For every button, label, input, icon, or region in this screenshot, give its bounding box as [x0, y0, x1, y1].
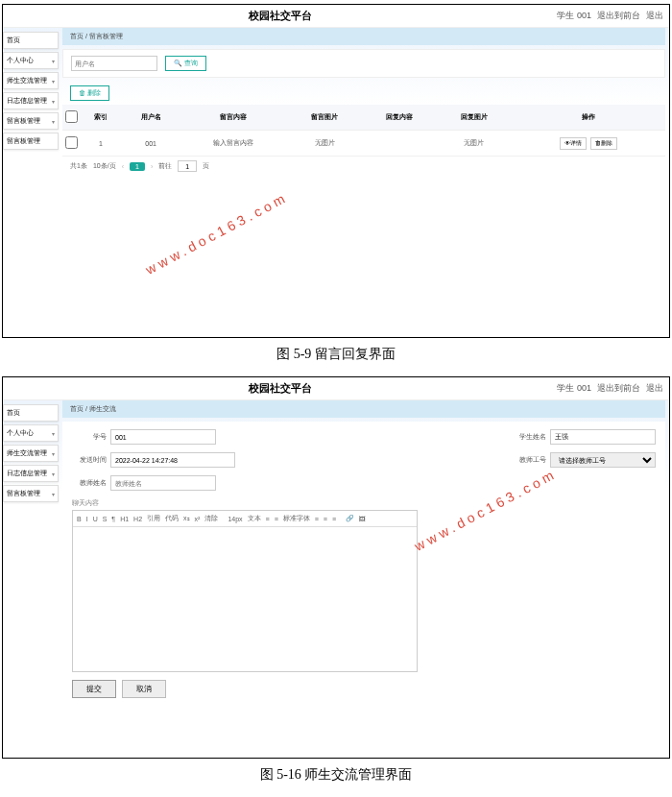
breadcrumb: 首页 / 师生交流 — [62, 400, 665, 418]
font-select[interactable]: 标准字体 — [283, 514, 310, 523]
editor-body[interactable] — [73, 527, 417, 671]
figure-1-caption: 图 5-9 留言回复界面 — [0, 346, 672, 363]
content-label: 聊天内容 — [72, 498, 656, 508]
sidebar-item-home[interactable]: 首页 — [3, 404, 59, 422]
list-icon[interactable]: ≡ — [315, 516, 319, 522]
form: 学号 学生姓名 发送时间 教师工号请选择教师工号 教师姓名 聊天内容 B I U — [62, 422, 665, 706]
chevron-down-icon: ▾ — [52, 58, 55, 64]
chevron-down-icon: ▾ — [52, 118, 55, 125]
align-icon[interactable]: ≡ — [266, 516, 270, 522]
message-table: 索引 用户名 留言内容 留言图片 回复内容 回复图片 操作 1 001 输入留言… — [62, 105, 665, 157]
cancel-button[interactable]: 取消 — [122, 680, 166, 698]
exit-link[interactable]: 退出 — [646, 382, 663, 395]
col-rimg: 回复图片 — [437, 105, 512, 131]
superscript-icon[interactable]: x² — [195, 516, 201, 522]
user-label[interactable]: 学生 001 — [557, 10, 591, 22]
paragraph-icon[interactable]: ¶ — [111, 516, 115, 522]
indent-icon[interactable]: ≡ — [324, 516, 327, 522]
chevron-down-icon: ▾ — [52, 491, 55, 497]
app-title: 校园社交平台 — [3, 381, 557, 396]
sidebar: 首页 个人中心▾ 师生交流管理▾ 日志信息管理▾ 留言板管理▾ 留言板管理 — [3, 28, 59, 337]
page-number[interactable]: 1 — [130, 162, 145, 171]
chevron-down-icon: ▾ — [52, 78, 55, 85]
row-checkbox[interactable] — [65, 136, 78, 149]
col-checkbox[interactable] — [62, 105, 80, 131]
submit-button[interactable]: 提交 — [72, 680, 116, 698]
send-time-input[interactable] — [110, 452, 235, 468]
breadcrumb: 首页 / 留言板管理 — [62, 28, 665, 45]
trash-icon: 🗑 — [79, 89, 85, 96]
search-row: 🔍 查询 — [62, 49, 665, 78]
subscript-icon[interactable]: x₂ — [183, 515, 190, 522]
detail-button[interactable]: 👁详情 — [560, 137, 587, 150]
strike-icon[interactable]: S — [103, 516, 108, 522]
sidebar-item-home[interactable]: 首页 — [3, 32, 59, 49]
col-reply: 回复内容 — [362, 105, 437, 131]
search-icon: 🔍 — [174, 60, 182, 66]
outdent-icon[interactable]: ≡ — [332, 516, 336, 522]
prev-page-icon[interactable]: ‹ — [122, 163, 124, 170]
logout-link[interactable]: 退出到前台 — [597, 10, 640, 22]
app-title: 校园社交平台 — [3, 9, 557, 23]
rich-editor: B I U S ¶ H1 H2 引用 代码 x₂ x² 清除 14px — [72, 510, 418, 672]
col-user: 用户名 — [122, 105, 180, 131]
image-icon[interactable]: 🖼 — [359, 516, 366, 522]
col-img: 留言图片 — [287, 105, 362, 131]
teacher-id-select[interactable]: 请选择教师工号 — [550, 452, 656, 468]
code-button[interactable]: 代码 — [165, 514, 179, 523]
col-msg: 留言内容 — [180, 105, 288, 131]
pagination: 共1条 10条/页 ‹ 1 › 前往 页 — [62, 157, 665, 176]
header: 校园社交平台 学生 001 退出到前台 退出 — [3, 377, 669, 400]
link-icon[interactable]: 🔗 — [346, 515, 354, 522]
row-delete-button[interactable]: 🗑删除 — [590, 137, 617, 150]
bold-icon[interactable]: B — [77, 516, 82, 522]
page-jump-input[interactable] — [178, 160, 197, 172]
teacher-name-input[interactable] — [110, 475, 216, 491]
quote-button[interactable]: 引用 — [147, 514, 160, 523]
delete-button[interactable]: 🗑 删除 — [70, 85, 109, 101]
sidebar-item-profile[interactable]: 个人中心▾ — [3, 424, 59, 442]
editor-toolbar: B I U S ¶ H1 H2 引用 代码 x₂ x² 清除 14px — [73, 511, 417, 527]
next-page-icon[interactable]: › — [151, 163, 153, 170]
chevron-down-icon: ▾ — [52, 450, 55, 457]
user-label[interactable]: 学生 001 — [557, 382, 591, 395]
col-ops: 操作 — [512, 105, 665, 131]
h2-button[interactable]: H2 — [133, 516, 142, 522]
sidebar-item-board[interactable]: 留言板管理▾ — [3, 112, 59, 130]
chevron-down-icon: ▾ — [52, 98, 55, 105]
sidebar-item-comm[interactable]: 师生交流管理▾ — [3, 72, 59, 89]
exit-link[interactable]: 退出 — [646, 10, 663, 22]
sidebar-item-board[interactable]: 留言板管理▾ — [3, 485, 59, 502]
sidebar-item-board2[interactable]: 留言板管理 — [3, 133, 59, 150]
italic-icon[interactable]: I — [86, 516, 88, 522]
logout-link[interactable]: 退出到前台 — [597, 382, 640, 395]
table-row[interactable]: 1 001 输入留言内容 无图片 无图片 👁详情 🗑删除 — [62, 131, 665, 157]
student-name-input[interactable] — [550, 429, 656, 445]
sidebar-item-log[interactable]: 日志信息管理▾ — [3, 465, 59, 482]
clear-button[interactable]: 清除 — [204, 514, 218, 523]
sidebar: 首页 个人中心▾ 师生交流管理▾ 日志信息管理▾ 留言板管理▾ — [3, 400, 59, 758]
search-input[interactable] — [71, 56, 157, 71]
figure-2-caption: 图 5-16 师生交流管理界面 — [0, 766, 672, 784]
underline-icon[interactable]: U — [93, 516, 98, 522]
chevron-down-icon: ▾ — [52, 430, 55, 437]
fontsize-select[interactable]: 14px — [228, 516, 242, 522]
header: 校园社交平台 学生 001 退出到前台 退出 — [3, 5, 669, 28]
sidebar-item-comm[interactable]: 师生交流管理▾ — [3, 445, 59, 462]
h1-button[interactable]: H1 — [120, 516, 129, 522]
align-icon[interactable]: ≡ — [275, 516, 278, 522]
chevron-down-icon: ▾ — [52, 471, 55, 477]
student-id-input[interactable] — [110, 429, 216, 445]
text-select[interactable]: 文本 — [248, 514, 261, 523]
sidebar-item-profile[interactable]: 个人中心▾ — [3, 52, 59, 69]
figure-2: 校园社交平台 学生 001 退出到前台 退出 首页 个人中心▾ 师生交流管理▾ … — [2, 376, 670, 759]
sidebar-item-log[interactable]: 日志信息管理▾ — [3, 92, 59, 109]
search-button[interactable]: 🔍 查询 — [165, 56, 206, 71]
figure-1: 校园社交平台 学生 001 退出到前台 退出 首页 个人中心▾ 师生交流管理▾ … — [2, 4, 670, 338]
col-index: 索引 — [80, 105, 122, 131]
